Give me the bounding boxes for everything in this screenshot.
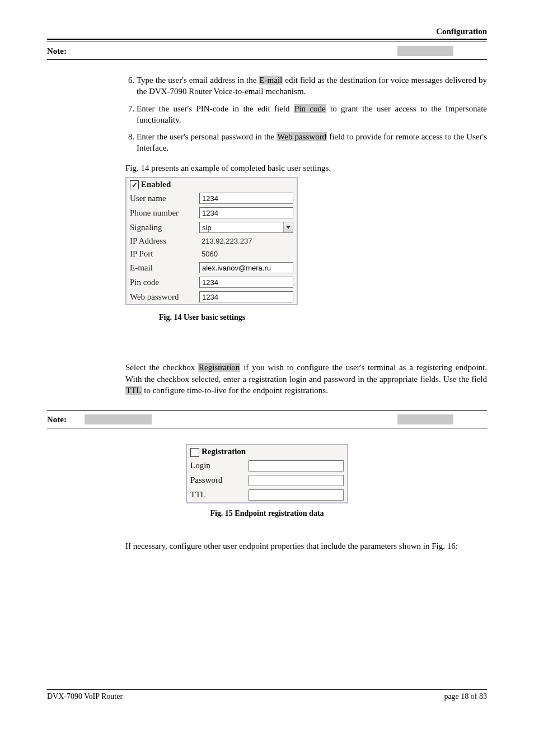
- note-rule-bottom: [47, 59, 487, 60]
- inline-highlight-registration: Registration: [198, 363, 240, 372]
- header-rule: [47, 39, 487, 40]
- registration-title: Registration: [202, 447, 246, 456]
- registration-table: Registration Login Password TTL: [186, 444, 348, 503]
- note-label: Note:: [47, 46, 67, 56]
- fig15-caption: Fig. 15 Endpoint registration data: [47, 509, 487, 518]
- input-pin-code[interactable]: 1234: [199, 277, 293, 288]
- note2-label: Note:: [47, 415, 67, 424]
- footer-page-number: page 18 of 83: [444, 692, 487, 701]
- label-pin-code: Pin code: [126, 275, 196, 290]
- label-signaling: Signaling: [126, 220, 196, 235]
- input-web-password[interactable]: 1234: [199, 291, 293, 302]
- input-ttl[interactable]: [249, 489, 344, 501]
- registration-checkbox[interactable]: [190, 448, 199, 457]
- input-email[interactable]: alex.ivanov@mera.ru: [199, 262, 293, 273]
- registration-paragraph: Select the checkbox Registration if you …: [125, 362, 487, 396]
- label-password: Password: [186, 473, 245, 488]
- enabled-row: ✓Enabled: [126, 178, 297, 192]
- footer-product: DVX-7090 VoIP Router: [47, 692, 123, 701]
- select-signaling-value: sip: [200, 223, 214, 232]
- chevron-down-icon: [283, 222, 293, 232]
- redacted-block: [397, 46, 453, 56]
- enabled-checkbox[interactable]: ✓: [130, 180, 139, 189]
- page-section-header: Configuration: [47, 27, 487, 36]
- fig14-caption: Fig. 14 User basic settings: [159, 313, 487, 322]
- inline-highlight-ttl: TTL: [125, 386, 142, 395]
- step-6: Type the user's email address in the E-m…: [137, 74, 487, 97]
- input-phone-number[interactable]: 1234: [199, 207, 293, 218]
- inline-highlight-webpassword: Web password: [277, 132, 327, 141]
- page-footer: DVX-7090 VoIP Router page 18 of 83: [47, 689, 487, 701]
- label-web-password: Web password: [126, 290, 196, 305]
- redacted-block-right: [397, 414, 453, 424]
- step-7: Enter the user's PIN-code in the edit fi…: [137, 103, 487, 126]
- inline-highlight-pincode: Pin code: [294, 104, 326, 113]
- input-user-name[interactable]: 1234: [199, 193, 293, 204]
- enabled-label: Enabled: [141, 180, 171, 189]
- label-user-name: User name: [126, 191, 196, 206]
- input-login[interactable]: [249, 460, 344, 472]
- input-password[interactable]: [249, 475, 344, 486]
- select-signaling[interactable]: sip: [199, 222, 293, 233]
- fig14-intro: Fig. 14 presents an example of completed…: [125, 162, 487, 174]
- note2-rule-bottom: [47, 428, 487, 428]
- inline-highlight-email: E-mail: [259, 76, 283, 85]
- label-ip-port: IP Port: [126, 248, 196, 260]
- label-ttl: TTL: [186, 488, 245, 503]
- svg-marker-0: [286, 226, 291, 229]
- note-block-1: Note:: [47, 41, 487, 59]
- step-8: Enter the user's personal password in th…: [137, 131, 487, 154]
- value-ip-port: 5060: [199, 250, 293, 258]
- label-phone-number: Phone number: [126, 206, 196, 220]
- label-login: Login: [186, 459, 245, 473]
- registration-header-row: Registration: [186, 445, 348, 459]
- redacted-block-left: [85, 414, 152, 424]
- label-email: E-mail: [126, 260, 196, 275]
- closing-paragraph: If necessary, configure other user endpo…: [125, 540, 487, 552]
- value-ip-address: 213.92.223.237: [199, 237, 293, 245]
- user-settings-table: ✓Enabled User name 1234 Phone number 123…: [125, 177, 298, 306]
- instruction-list: Type the user's email address in the E-m…: [125, 74, 487, 154]
- note-block-2: Note:: [47, 411, 487, 428]
- label-ip-address: IP Address: [126, 235, 196, 248]
